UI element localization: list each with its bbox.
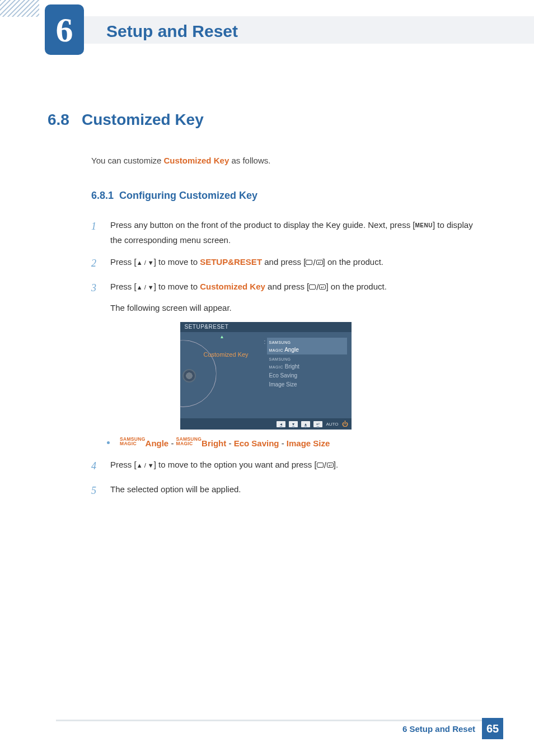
osd-colon: :: [264, 339, 266, 345]
magic-prefix: SAMSUNGMAGIC: [120, 437, 146, 446]
osd-menu-item: Customized Key: [204, 351, 249, 358]
intro-highlight: Customized Key: [164, 156, 229, 165]
chapter-title: Setup and Reset: [106, 22, 238, 41]
intro-prefix: You can customize: [91, 156, 164, 165]
step-text: Press [: [110, 460, 137, 469]
footer-chapter-label: 6 Setup and Reset: [402, 724, 475, 734]
section-heading: 6.8Customized Key: [48, 111, 484, 129]
up-down-arrows-icon: ▲ / ▼: [137, 460, 154, 472]
subsection-number: 6.8.1: [91, 190, 114, 201]
step-1: 1 Press any button on the front of the p…: [91, 217, 484, 248]
page-number: 65: [482, 718, 503, 739]
step-text: ] to move to: [154, 257, 200, 267]
chevron-up-icon: ▲: [180, 334, 264, 339]
step-body: Press any button on the front of the pro…: [110, 217, 484, 248]
osd-option-selected: SAMSUNGMAGIC Angle: [267, 338, 347, 354]
step-text: Press any button on the front of the pro…: [110, 220, 415, 230]
osd-arc-decoration: [149, 340, 217, 407]
step-number: 5: [91, 482, 100, 500]
osd-down-key-icon: ▾: [289, 421, 298, 427]
step-body: The selected option will be applied.: [110, 482, 484, 500]
step-number: 2: [91, 254, 100, 272]
steps-list: 1 Press any button on the front of the p…: [91, 217, 484, 315]
osd-options-list: SAMSUNGMAGIC Angle SAMSUNGMAGIC Bright E…: [267, 338, 347, 389]
step-body: Press [▲ / ▼] to move to Customized Key …: [110, 279, 484, 315]
up-down-arrows-icon: ▲ / ▼: [137, 258, 154, 269]
step-text: Press [: [110, 257, 137, 267]
step-number: 3: [91, 279, 100, 315]
step-text: ] to move to the option you want and pre…: [154, 460, 317, 469]
options-bullet-line: SAMSUNGMAGICAngle - SAMSUNGMAGICBright -…: [107, 437, 484, 448]
separator: -: [168, 438, 176, 448]
osd-option-label: Bright: [285, 363, 299, 370]
bullet-icon: [107, 441, 110, 444]
osd-option: Image Size: [267, 380, 347, 389]
page-footer: 6 Setup and Reset 65: [402, 718, 503, 739]
step-number: 1: [91, 217, 100, 248]
step-text: and press [: [265, 282, 309, 291]
option-image-size: Image Size: [287, 438, 330, 448]
step-body: Press [▲ / ▼] to move to the option you …: [110, 457, 484, 475]
osd-panel: SETUP&RESET ▲ Customized Key : SAMSUNGMA…: [180, 322, 352, 430]
chapter-badge: 6: [45, 4, 84, 55]
intro-paragraph: You can customize Customized Key as foll…: [91, 156, 484, 165]
osd-back-key-icon: ◂: [277, 421, 285, 427]
source-enter-icon: /: [317, 458, 334, 473]
option-eco-saving: Eco Saving: [234, 438, 279, 448]
step-body: Press [▲ / ▼] to move to SETUP&RESET and…: [110, 254, 484, 272]
step-highlight: Customized Key: [200, 282, 265, 291]
step-text: ] to move to: [154, 282, 200, 291]
magic-prefix: SAMSUNGMAGIC: [176, 437, 202, 446]
osd-up-key-icon: ▴: [301, 421, 310, 427]
option-bright: Bright: [202, 438, 226, 448]
step-follow-text: The following screen will appear.: [110, 300, 484, 315]
section-number: 6.8: [48, 111, 69, 128]
step-3: 3 Press [▲ / ▼] to move to Customized Ke…: [91, 279, 484, 315]
step-highlight: SETUP&RESET: [200, 257, 262, 267]
osd-enter-key-icon: ↵: [313, 421, 322, 427]
up-down-arrows-icon: ▲ / ▼: [137, 282, 154, 293]
step-2: 2 Press [▲ / ▼] to move to SETUP&RESET a…: [91, 254, 484, 272]
source-enter-icon: /: [309, 279, 326, 295]
step-text: ].: [334, 460, 338, 469]
page-content: 6.8Customized Key You can customize Cust…: [0, 44, 534, 500]
step-number: 4: [91, 457, 100, 475]
header-hatch-decoration: [0, 0, 39, 17]
osd-option: SAMSUNGMAGIC Bright: [267, 354, 347, 371]
separator: -: [226, 438, 233, 448]
step-4: 4 Press [▲ / ▼] to move to the option yo…: [91, 457, 484, 475]
steps-list-continued: 4 Press [▲ / ▼] to move to the option yo…: [91, 457, 484, 500]
osd-option: Eco Saving: [267, 371, 347, 380]
osd-screenshot: SETUP&RESET ▲ Customized Key : SAMSUNGMA…: [48, 322, 484, 430]
options-text: SAMSUNGMAGICAngle - SAMSUNGMAGICBright -…: [120, 437, 330, 448]
menu-button-label: MENU: [415, 221, 432, 231]
step-5: 5 The selected option will be applied.: [91, 482, 484, 500]
gear-icon: [184, 370, 195, 381]
osd-footer-bar: ◂ ▾ ▴ ↵ AUTO ⏻: [180, 418, 352, 430]
subsection-heading: 6.8.1 Configuring Customized Key: [91, 190, 484, 202]
step-text: ] on the product.: [326, 282, 386, 291]
osd-title: SETUP&RESET: [180, 322, 352, 332]
osd-option-label: Angle: [284, 347, 299, 353]
intro-suffix: as follows.: [229, 156, 270, 165]
section-title-text: Customized Key: [82, 111, 204, 128]
source-enter-icon: /: [306, 255, 322, 270]
option-angle: Angle: [146, 438, 169, 448]
chapter-number: 6: [56, 10, 73, 50]
osd-auto-label: AUTO: [326, 422, 338, 427]
page-header: 6 Setup and Reset: [0, 0, 534, 44]
step-text: ] on the product.: [323, 257, 383, 267]
power-icon: ⏻: [342, 421, 348, 427]
subsection-title: Configuring Customized Key: [119, 190, 257, 201]
separator: -: [279, 438, 286, 448]
step-text: and press [: [262, 257, 306, 267]
osd-left-pane: ▲ Customized Key: [180, 332, 264, 418]
step-text: Press [: [110, 282, 137, 291]
